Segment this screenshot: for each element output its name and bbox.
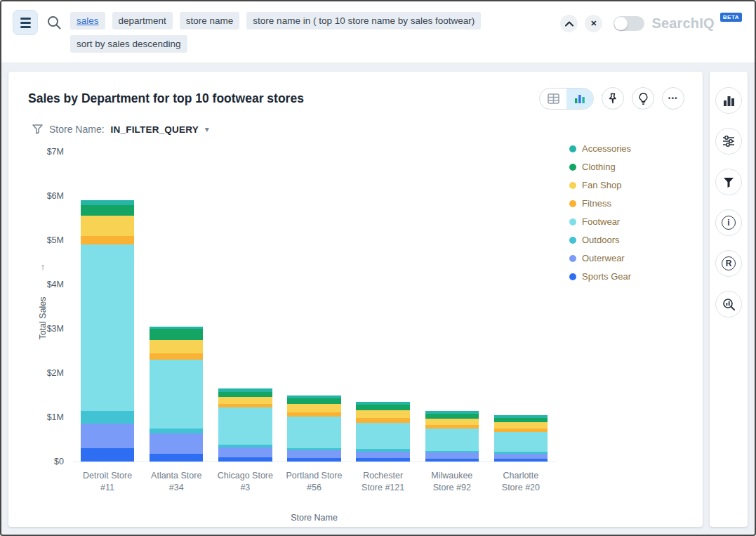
main-area: Sales by Department for top 10 footwear … [1,63,755,534]
bar-segment[interactable] [81,448,135,462]
legend-item[interactable]: Outerwear [569,253,687,263]
clear-search-button[interactable]: ✕ [585,15,602,32]
search-token[interactable]: sort by sales descending [70,35,187,53]
legend-label: Outdoors [582,235,619,245]
y-tick-label: $2M [47,368,64,378]
bar-segment[interactable] [425,419,479,425]
bar-segment[interactable] [150,353,204,360]
legend-item[interactable]: Sports Gear [569,271,687,282]
bar-chart-icon [723,95,735,106]
bar-segment[interactable] [425,452,479,458]
bar-segment[interactable] [494,454,548,459]
bar-segment[interactable] [218,457,272,462]
bar-segment[interactable] [287,450,341,458]
stacked-bar-chart: Total Sales $0$1M$2M$3M$4M$5M$6M$7MDetro… [27,140,687,527]
legend-item[interactable]: Accessories [569,143,687,154]
collapse-search-button[interactable] [560,15,578,32]
pin-button[interactable] [602,87,624,110]
info-icon: i [722,216,736,230]
legend-dot-icon [569,200,576,207]
bar-segment[interactable] [218,397,272,403]
filter-label: Store Name: [49,124,105,135]
chart-view-button[interactable] [566,89,593,109]
bar-segment[interactable] [150,433,204,453]
bar-segment[interactable] [150,360,204,429]
search-icon [46,15,62,30]
bar-segment[interactable] [81,236,135,245]
answer-toolbar: ••• [539,87,684,110]
bar-segment[interactable] [218,392,272,398]
bar-segment[interactable] [287,404,341,413]
bar-segment[interactable] [425,414,479,419]
chevron-down-icon[interactable]: ▾ [205,124,209,134]
r-analysis-button[interactable]: R [715,250,742,277]
configure-button[interactable] [715,128,742,155]
search-token[interactable]: sales [70,12,105,30]
bar-segment[interactable] [81,424,135,448]
funnel-icon [32,124,43,134]
y-tick-label: $7M [47,147,64,157]
bar-segment[interactable] [494,432,548,452]
explore-button[interactable] [715,291,742,318]
answer-card: Sales by Department for top 10 footwear … [8,72,703,527]
bar-segment[interactable] [218,447,272,457]
pin-icon [607,93,618,104]
bar-segment[interactable] [425,429,479,451]
bar-segment[interactable] [150,340,204,353]
r-logo-icon: R [722,256,736,270]
searchiq-toggle[interactable] [614,16,644,31]
bar-segment[interactable] [356,423,410,450]
bar-segment[interactable] [218,407,272,445]
legend-item[interactable]: Clothing [569,162,687,172]
bar-segment[interactable] [494,459,548,462]
bar-segment[interactable] [81,411,135,424]
bar-slot: Portland Store#56 [279,152,348,462]
searchiq-label: SearchIQ [651,15,714,32]
legend-dot-icon [569,255,576,262]
legend-item[interactable]: Outdoors [569,235,687,245]
search-token[interactable]: store name in ( top 10 store name by sal… [246,12,481,30]
legend-label: Outerwear [582,253,625,263]
table-view-button[interactable] [540,89,566,109]
more-options-button[interactable]: ••• [662,87,684,110]
data-sources-toggle-button[interactable] [13,10,38,35]
bar-segment[interactable] [356,405,410,410]
table-icon [548,93,559,104]
bar-segment[interactable] [287,458,341,462]
plot-area: $0$1M$2M$3M$4M$5M$6M$7MDetroit Store#11A… [73,152,555,462]
legend-label: Sports Gear [582,271,631,282]
legend-item[interactable]: Footwear [569,216,687,227]
insights-button[interactable] [632,87,654,110]
bar-segment[interactable] [81,216,135,235]
legend-label: Fitness [582,198,611,209]
filter-value[interactable]: IN_FILTER_QUERY [111,124,199,135]
bar-segment[interactable] [287,398,341,404]
filters-button[interactable] [715,169,742,195]
search-token[interactable]: department [112,12,173,30]
legend-label: Fan Shop [582,180,621,190]
chart-options-button[interactable] [715,87,742,114]
bar-segment[interactable] [150,429,204,434]
bar-segment[interactable] [150,454,204,462]
bar-segment[interactable] [494,422,548,429]
search-chart-icon [722,298,735,311]
bar-segment[interactable] [425,459,479,462]
legend-dot-icon [569,237,576,244]
bar-segment[interactable] [81,244,135,410]
legend-item[interactable]: Fan Shop [569,180,687,190]
legend-item[interactable]: Fitness [569,198,687,209]
bar-segment[interactable] [356,452,410,458]
bar-segment[interactable] [356,410,410,418]
toggle-knob [614,17,628,30]
details-button[interactable]: i [715,209,742,236]
bar-stack [494,152,548,462]
y-tick-label: $3M [47,324,64,334]
answer-title: Sales by Department for top 10 footwear … [28,91,304,106]
search-token[interactable]: store name [180,12,240,30]
bar-segment[interactable] [150,329,204,340]
bar-segment[interactable] [287,417,341,447]
bar-slot: Chicago Store#3 [211,152,279,462]
bar-slot: Detroit Store#11 [73,152,142,462]
bar-segment[interactable] [356,458,410,462]
bar-segment[interactable] [81,205,135,216]
